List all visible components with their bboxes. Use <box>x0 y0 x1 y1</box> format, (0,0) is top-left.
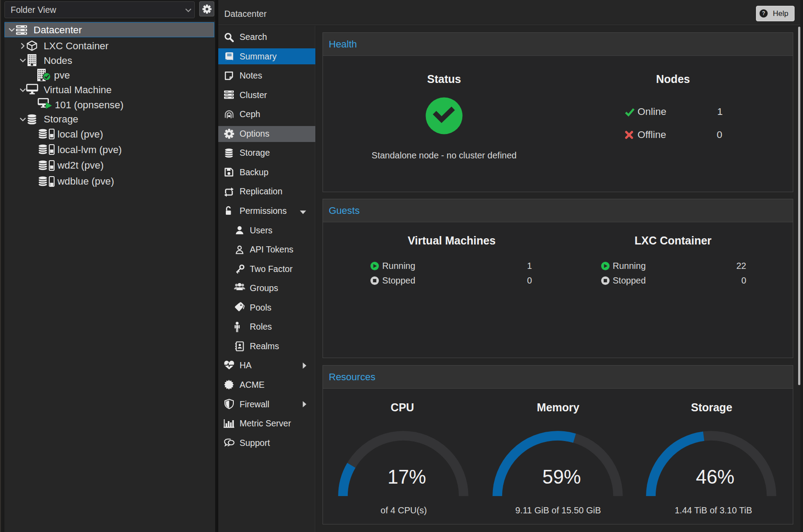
svg-text:?: ? <box>762 10 765 16</box>
